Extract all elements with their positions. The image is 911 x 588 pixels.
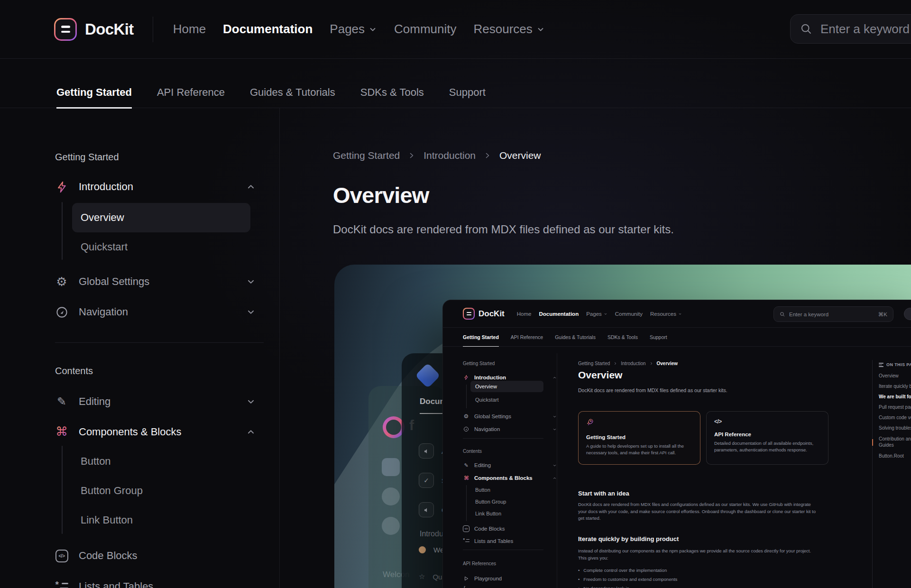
navigation-icon: [55, 306, 68, 319]
list-icon: *: [55, 581, 68, 588]
chevron-up-icon: [552, 376, 557, 380]
dockit-logo-icon: [463, 308, 475, 320]
nav-item-documentation[interactable]: Documentation: [223, 22, 313, 37]
list-icon: *: [463, 539, 469, 544]
toc-icon: [879, 362, 883, 368]
tab-getting-started[interactable]: Getting Started: [56, 77, 132, 108]
sidebar-section-label: Contents: [55, 366, 93, 377]
sidebar-item-navigation[interactable]: Navigation: [55, 297, 256, 327]
hero-image: f Welcon Docum A ✓ S C Introdu: [334, 265, 911, 588]
github-icon: [382, 517, 400, 535]
sidebar-item-editing[interactable]: ✎ Editing: [55, 386, 256, 417]
avatar: [904, 308, 911, 320]
megaphone-icon: [419, 443, 434, 459]
nav-item-pages[interactable]: Pages: [330, 22, 377, 37]
gear-icon: ⚙: [55, 275, 68, 289]
bolt-icon: [463, 375, 469, 380]
search-box[interactable]: [790, 14, 911, 44]
nested-section-tabs: Getting Started API Reference Guides & T…: [443, 328, 911, 347]
sidebar-divider: [55, 342, 264, 343]
tree-guide-line: [62, 202, 63, 260]
wave-icon: [419, 546, 426, 553]
diamond-logo-icon: [415, 363, 441, 388]
chevron-up-icon[interactable]: [246, 182, 256, 192]
breadcrumb-overview: Overview: [499, 150, 541, 161]
sidebar-item-quickstart[interactable]: Quickstart: [72, 232, 250, 262]
tab-guides-tutorials[interactable]: Guides & Tutorials: [250, 77, 335, 108]
dockit-logo-icon[interactable]: [54, 18, 77, 41]
discord-icon: [382, 487, 400, 505]
shortcut-badge: ⌘K: [878, 311, 887, 318]
chevron-down-icon: [536, 25, 545, 34]
sidebar-item-lists-tables[interactable]: * Lists and Tables: [55, 571, 256, 588]
tree-guide-line: [62, 446, 63, 534]
pencil-icon: ✎: [463, 462, 469, 469]
sidebar-item-global-settings[interactable]: ⚙ Global Settings: [55, 266, 256, 297]
getting-started-card: Getting Started A guide to help develope…: [578, 411, 700, 465]
sidebar-item-code-blocks[interactable]: </> Code Blocks: [55, 541, 256, 571]
section-tabs: Getting Started API Reference Guides & T…: [0, 58, 911, 108]
pencil-icon: ✎: [55, 395, 68, 408]
navigation-icon: [463, 426, 469, 432]
menu-row: We: [419, 546, 444, 554]
nested-search-box: Enter a keyword ⌘K: [773, 306, 893, 322]
code-icon: </>: [714, 418, 820, 425]
code-icon: </>: [55, 550, 68, 562]
sidebar-item-link-button[interactable]: Link Button: [72, 505, 250, 535]
search-input[interactable]: [819, 21, 911, 37]
nav-item-home[interactable]: Home: [173, 22, 206, 37]
nested-top-bar: DocKit Home Documentation Pages Communit…: [443, 300, 911, 328]
main-content: Getting Started Introduction Overview Ov…: [279, 108, 911, 588]
book-icon: [382, 458, 400, 476]
sidebar-item-components-blocks[interactable]: ⌘ Components & Blocks: [55, 417, 256, 447]
nested-toc: ON THIS PAGE Overview Iterate quickly by…: [872, 360, 911, 588]
page-subtitle: DocKit docs are rendered from MDX files …: [333, 223, 674, 236]
command-icon: ⌘: [463, 475, 469, 481]
sidebar-section-label: Getting Started: [55, 152, 119, 163]
group-label: Introdu: [420, 530, 443, 538]
breadcrumb-getting-started[interactable]: Getting Started: [333, 150, 400, 161]
chevron-down-icon[interactable]: [246, 277, 256, 286]
brand-name: DocKit: [479, 309, 505, 319]
nested-sidebar-divider: [557, 353, 557, 588]
sidebar-item-button-group[interactable]: Button Group: [72, 476, 250, 505]
nested-primary-nav: Home Documentation Pages Community Resou…: [517, 311, 682, 317]
chevron-down-icon[interactable]: [246, 397, 256, 406]
tab-api-reference[interactable]: API Reference: [157, 77, 225, 108]
chevron-right-icon: [650, 361, 653, 366]
nav-item-resources[interactable]: Resources: [474, 22, 545, 37]
tab-support[interactable]: Support: [449, 77, 486, 108]
page-title: Overview: [333, 182, 429, 208]
megaphone-icon: [419, 502, 434, 517]
braces-icon: { }: [463, 586, 469, 588]
check-icon: ✓: [419, 473, 434, 488]
chevron-down-icon: [552, 463, 557, 468]
chevron-down-icon: [552, 427, 557, 432]
play-icon: [463, 576, 469, 581]
nav-item-community[interactable]: Community: [394, 22, 456, 37]
code-icon: </>: [463, 525, 469, 532]
bolt-icon: [55, 181, 68, 193]
command-icon: ⌘: [55, 425, 68, 439]
search-icon: [780, 312, 785, 317]
breadcrumb: Getting Started Introduction Overview: [333, 150, 541, 161]
primary-nav: Home Documentation Pages Community Resou…: [173, 22, 545, 37]
tab-sdks-tools[interactable]: SDKs & Tools: [360, 77, 424, 108]
header-divider: [153, 17, 153, 42]
chevron-down-icon: [604, 312, 607, 316]
sidebar-item-button[interactable]: Button: [72, 447, 250, 476]
breadcrumb-introduction[interactable]: Introduction: [423, 150, 476, 161]
gear-icon: ⚙: [463, 413, 469, 420]
toc-active-marker: [872, 439, 873, 446]
api-reference-card: </> API Reference Detailed documentation…: [706, 411, 828, 465]
chevron-down-icon: [368, 25, 377, 34]
chevron-down-icon[interactable]: [246, 307, 256, 317]
sidebar-item-overview[interactable]: Overview: [72, 203, 250, 232]
nested-screenshot: DocKit Home Documentation Pages Communit…: [442, 300, 911, 588]
svg-text:⌘: ⌘: [55, 425, 68, 439]
brand-name[interactable]: DocKit: [85, 20, 134, 38]
docs-sidebar: Getting Started Introduction Overview Qu…: [0, 108, 280, 588]
chevron-right-icon: [484, 152, 491, 159]
chevron-up-icon[interactable]: [246, 427, 256, 437]
sidebar-item-introduction[interactable]: Introduction: [55, 172, 256, 202]
